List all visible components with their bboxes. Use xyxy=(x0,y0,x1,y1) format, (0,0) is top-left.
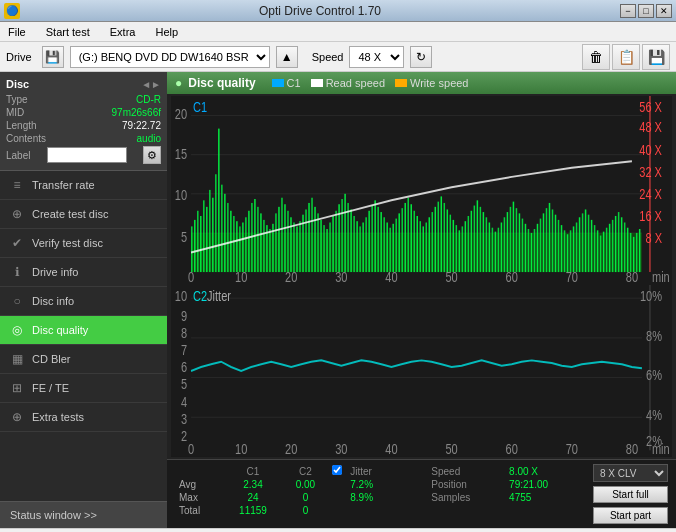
transfer-rate-icon: ≡ xyxy=(10,178,24,192)
svg-rect-125 xyxy=(480,207,482,272)
disc-info-icon: ○ xyxy=(10,294,24,308)
svg-rect-105 xyxy=(419,221,421,272)
svg-text:C1: C1 xyxy=(193,98,207,115)
svg-rect-153 xyxy=(564,230,566,272)
label-gear-button[interactable]: ⚙ xyxy=(143,146,161,164)
svg-rect-74 xyxy=(326,229,328,272)
svg-rect-117 xyxy=(456,225,458,272)
svg-rect-143 xyxy=(534,229,536,272)
start-part-button[interactable]: Start part xyxy=(593,507,668,524)
create-test-disc-icon: ⊕ xyxy=(10,207,24,221)
svg-rect-121 xyxy=(468,216,470,272)
svg-text:40: 40 xyxy=(385,441,397,457)
svg-text:20: 20 xyxy=(175,106,187,123)
svg-rect-137 xyxy=(516,208,518,272)
svg-rect-154 xyxy=(567,234,569,272)
svg-text:6: 6 xyxy=(181,359,187,376)
svg-rect-106 xyxy=(423,226,425,272)
svg-text:min: min xyxy=(652,269,670,285)
minimize-button[interactable]: − xyxy=(620,4,636,18)
svg-rect-98 xyxy=(398,213,400,272)
close-button[interactable]: ✕ xyxy=(656,4,672,18)
speed-label: Speed xyxy=(312,51,344,63)
svg-rect-72 xyxy=(320,220,322,272)
chart-c2-jitter: 10 9 8 7 6 5 4 3 2 10% 8% 6% 4% 2% xyxy=(171,285,672,457)
sidebar-item-cd-bler[interactable]: ▦ CD Bler xyxy=(0,345,167,374)
svg-rect-156 xyxy=(573,226,575,272)
speed-select[interactable]: 48 X xyxy=(349,46,404,68)
svg-rect-149 xyxy=(552,209,554,272)
sidebar-item-disc-info[interactable]: ○ Disc info xyxy=(0,287,167,316)
svg-rect-85 xyxy=(359,226,361,272)
svg-rect-133 xyxy=(504,217,506,272)
sidebar-item-extra-tests[interactable]: ⊕ Extra tests xyxy=(0,403,167,432)
svg-rect-141 xyxy=(528,229,530,272)
svg-rect-45 xyxy=(239,226,241,272)
titlebar-buttons: − □ ✕ xyxy=(620,4,672,18)
svg-rect-114 xyxy=(447,209,449,272)
svg-rect-115 xyxy=(450,215,452,272)
status-window-button[interactable]: Status window >> xyxy=(0,501,167,528)
svg-rect-60 xyxy=(284,204,286,272)
maximize-button[interactable]: □ xyxy=(638,4,654,18)
toolbar-icons: 🗑 📋 💾 xyxy=(582,44,670,70)
menu-start-test[interactable]: Start test xyxy=(42,24,94,40)
save-button[interactable]: 💾 xyxy=(642,44,670,70)
jitter-checkbox[interactable] xyxy=(332,465,342,475)
svg-rect-124 xyxy=(477,200,479,272)
svg-text:C2: C2 xyxy=(193,287,207,304)
svg-rect-95 xyxy=(389,228,391,272)
svg-rect-178 xyxy=(639,229,641,272)
svg-text:60: 60 xyxy=(506,441,518,457)
svg-rect-163 xyxy=(594,225,596,272)
svg-rect-146 xyxy=(543,213,545,272)
svg-text:min: min xyxy=(652,441,670,457)
start-full-button[interactable]: Start full xyxy=(593,486,668,503)
sidebar-item-create-test-disc[interactable]: ⊕ Create test disc xyxy=(0,200,167,229)
svg-rect-69 xyxy=(311,198,313,272)
svg-rect-82 xyxy=(350,209,352,272)
speed-clv-select[interactable]: 8 X CLV xyxy=(593,464,668,482)
svg-rect-94 xyxy=(386,222,388,272)
drive-select[interactable]: (G:) BENQ DVD DD DW1640 BSRB xyxy=(70,46,270,68)
svg-rect-108 xyxy=(429,217,431,272)
menu-help[interactable]: Help xyxy=(151,24,182,40)
svg-rect-135 xyxy=(510,207,512,272)
sidebar-item-fe-te[interactable]: ⊞ FE / TE xyxy=(0,374,167,403)
erase-button[interactable]: 🗑 xyxy=(582,44,610,70)
svg-rect-103 xyxy=(413,211,415,272)
svg-rect-167 xyxy=(606,228,608,272)
menu-extra[interactable]: Extra xyxy=(106,24,140,40)
disc-label-input[interactable] xyxy=(47,147,127,163)
disc-quality-icon: ◎ xyxy=(10,323,24,337)
svg-rect-84 xyxy=(356,221,358,272)
mid-label: MID xyxy=(6,107,24,118)
svg-rect-144 xyxy=(537,224,539,272)
sidebar-item-transfer-rate[interactable]: ≡ Transfer rate xyxy=(0,171,167,200)
svg-rect-59 xyxy=(281,198,283,272)
eject-button[interactable]: ▲ xyxy=(276,46,298,68)
sidebar-item-drive-info[interactable]: ℹ Drive info xyxy=(0,258,167,287)
sidebar-item-disc-quality[interactable]: ◎ Disc quality xyxy=(0,316,167,345)
menu-file[interactable]: File xyxy=(4,24,30,40)
svg-rect-61 xyxy=(287,211,289,272)
svg-rect-101 xyxy=(407,198,409,272)
disc-label-label: Label xyxy=(6,150,30,161)
speed-refresh-button[interactable]: ↻ xyxy=(410,46,432,68)
sidebar-item-label-fe-te: FE / TE xyxy=(32,382,69,394)
copy-button[interactable]: 📋 xyxy=(612,44,640,70)
svg-rect-81 xyxy=(347,203,349,272)
svg-text:10: 10 xyxy=(175,287,187,304)
chart-c1: 20 15 10 5 56 X 48 X 40 X 32 X 24 X 16 X… xyxy=(171,96,672,285)
svg-rect-174 xyxy=(627,228,629,272)
svg-rect-134 xyxy=(507,212,509,272)
fe-te-icon: ⊞ xyxy=(10,381,24,395)
sidebar-item-verify-test-disc[interactable]: ✔ Verify test disc xyxy=(0,229,167,258)
svg-rect-151 xyxy=(558,220,560,272)
svg-rect-64 xyxy=(296,226,298,272)
app-icon: 🔵 xyxy=(4,3,20,19)
samples-value: 4755 xyxy=(505,491,583,504)
svg-rect-76 xyxy=(332,216,334,272)
svg-rect-139 xyxy=(522,219,524,272)
svg-rect-161 xyxy=(588,215,590,272)
